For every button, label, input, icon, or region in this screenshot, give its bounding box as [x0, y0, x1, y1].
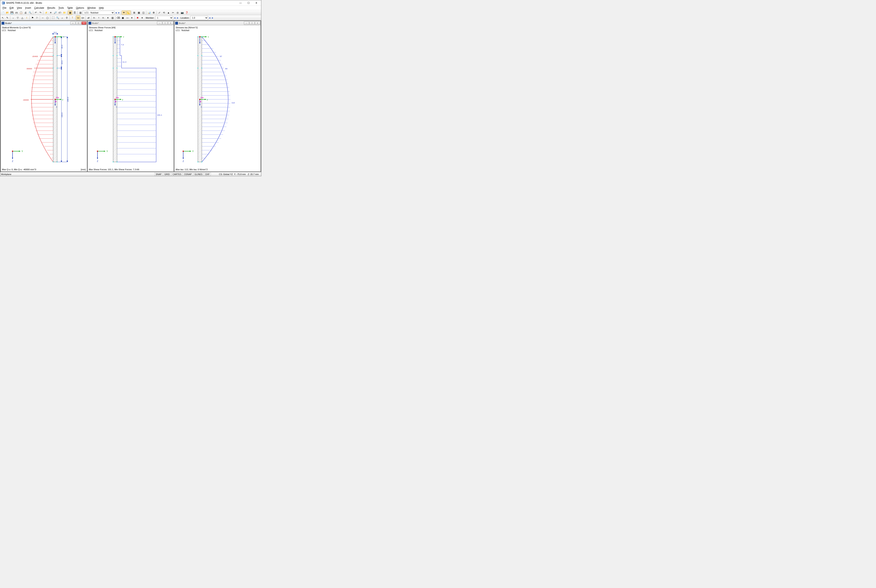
qw-toggle-icon[interactable]: Qw	[81, 16, 85, 20]
help-icon[interactable]: ❓	[184, 10, 189, 15]
square-icon[interactable]: ▢	[45, 16, 50, 20]
flash-icon[interactable]: ⚡	[44, 10, 48, 15]
menu-calculate[interactable]: Calculate	[33, 6, 46, 10]
zoom-extents-icon[interactable]: ⤢	[157, 10, 162, 15]
status-osnap[interactable]: OSNAP	[183, 172, 193, 176]
tau1-icon[interactable]: τ	[97, 16, 101, 20]
zoom-in-icon[interactable]: 🔍	[56, 16, 60, 20]
saveall-icon[interactable]: 🗃	[14, 10, 19, 15]
lc-next-button[interactable]: ►	[118, 11, 120, 15]
view1-titlebar[interactable]: Brutto* — ☐ ✕	[1, 21, 87, 26]
view1-close-button[interactable]: ✕	[81, 21, 87, 25]
undo-icon[interactable]: ↶	[34, 10, 38, 15]
table-view-icon[interactable]: ▦	[68, 10, 72, 15]
preview-icon[interactable]: 🔍	[28, 10, 32, 15]
view3-canvas[interactable]: Stresses tau [N/mm^2] LC1 : Nutzlast	[174, 26, 261, 171]
flag1-icon[interactable]: ⚑	[30, 16, 34, 20]
status-cartes[interactable]: CARTES	[171, 172, 183, 176]
view2-titlebar[interactable]: Brutto* — ☐ ✕	[88, 21, 174, 26]
view2-min-button[interactable]: —	[157, 21, 162, 25]
cut-icon[interactable]: ✂	[171, 10, 175, 15]
member-next-button[interactable]: ►	[176, 16, 179, 20]
menu-edit[interactable]: Edit	[8, 6, 15, 10]
status-glines[interactable]: GLINES	[194, 172, 204, 176]
view3-min-button[interactable]: —	[244, 21, 249, 25]
menu-view[interactable]: View	[15, 6, 24, 10]
zoom-fit-icon[interactable]: ⛶	[51, 16, 55, 20]
mirror-icon[interactable]: ▲	[166, 10, 171, 15]
print-icon[interactable]: 🖨	[23, 10, 28, 15]
lc-pick-icon[interactable]: ▥	[78, 10, 82, 15]
section-icon[interactable]: T	[70, 16, 75, 20]
camera-icon[interactable]: 📷	[180, 10, 184, 15]
flag2-icon[interactable]: ⚐	[35, 16, 39, 20]
view1-max-button[interactable]: ☐	[76, 21, 81, 25]
arrows-icon[interactable]: ⇄	[86, 16, 91, 20]
dim-icon[interactable]: 📐	[126, 10, 130, 15]
shape3-icon[interactable]: △	[20, 16, 24, 20]
x-dd-icon[interactable]: ▾	[140, 16, 144, 20]
x-delete-icon[interactable]: ✖	[135, 16, 140, 20]
measure-icon[interactable]: ↔	[40, 16, 45, 20]
settings-icon[interactable]: ⚙	[152, 10, 156, 15]
folder2-icon[interactable]: 📁	[62, 10, 66, 15]
redo-icon[interactable]: ↷	[38, 10, 43, 15]
new-icon[interactable]: 📄	[1, 10, 5, 15]
view3-close-button[interactable]: ✕	[255, 21, 260, 25]
member-prev-button[interactable]: ◄	[173, 16, 176, 20]
close-button[interactable]: ✕	[252, 0, 260, 6]
grid2-icon[interactable]: ▦	[136, 10, 141, 15]
maximize-button[interactable]: ☐	[244, 0, 252, 6]
location-dropdown[interactable]: 1.0	[190, 16, 208, 20]
sigmav-icon[interactable]: σᵥ	[101, 16, 105, 20]
member-dropdown[interactable]: 1	[155, 16, 173, 20]
view2-canvas[interactable]: Stresses Shear Forces [kN] LC1 : Nutzlas…	[88, 26, 174, 171]
list-view-icon[interactable]: ☰	[72, 10, 77, 15]
status-dxf[interactable]: DXF	[204, 172, 211, 176]
lc-prev-button[interactable]: ◄	[115, 11, 117, 15]
qu-toggle-icon[interactable]: Qu	[76, 16, 80, 20]
menu-table[interactable]: Table	[66, 6, 74, 10]
status-grid[interactable]: GRID	[163, 172, 171, 176]
grid3-icon[interactable]: ◫	[141, 10, 146, 15]
menu-window[interactable]: Window	[86, 6, 98, 10]
eye-icon[interactable]: 👁	[122, 10, 126, 15]
view2-max-button[interactable]: ☐	[162, 21, 168, 25]
view3-max-button[interactable]: ☐	[249, 21, 255, 25]
grid1-icon[interactable]: ⊞	[132, 10, 136, 15]
menu-options[interactable]: Options	[74, 6, 86, 10]
view2-close-button[interactable]: ✕	[168, 21, 173, 25]
sun-icon[interactable]: ☀	[48, 10, 53, 15]
status-snap[interactable]: SNAP	[154, 172, 163, 176]
zoom-obj-icon[interactable]: ⚲	[64, 16, 69, 20]
rotate-icon[interactable]: ⟲	[162, 10, 166, 15]
save-icon[interactable]: 💾	[10, 10, 14, 15]
view3-titlebar[interactable]: Brutto* — ☐ ✕	[174, 21, 261, 26]
shape2-icon[interactable]: ▽	[15, 16, 20, 20]
chart-icon[interactable]: 📊	[147, 10, 151, 15]
erase-icon[interactable]: ⌫	[116, 16, 120, 20]
menu-insert[interactable]: Insert	[24, 6, 33, 10]
loadcase-dropdown[interactable]: LC1 - Nutzlast	[83, 11, 114, 15]
zoom-region-icon[interactable]: ⌕	[60, 16, 64, 20]
menu-file[interactable]: File	[1, 6, 8, 10]
minimize-button[interactable]: —	[237, 0, 244, 6]
sigma1-icon[interactable]: σₓ	[92, 16, 96, 20]
shape1-icon[interactable]: ⬦	[11, 16, 15, 20]
menu-results[interactable]: Results	[46, 6, 57, 10]
view1-canvas[interactable]: Statical Moments Q-u [mm^3] LC1 : Nutzla…	[1, 26, 87, 171]
copy-icon[interactable]: 📋	[19, 10, 23, 15]
wand-icon[interactable]: ✎	[5, 16, 9, 20]
box-icon[interactable]: ▣	[120, 16, 125, 20]
view1-min-button[interactable]: —	[70, 21, 75, 25]
shape4-icon[interactable]: I	[24, 16, 29, 20]
location-prev-button[interactable]: ◄	[208, 16, 211, 20]
target-icon[interactable]: ◎	[176, 10, 180, 15]
menu-tools[interactable]: Tools	[57, 6, 66, 10]
open-icon[interactable]: 📂	[5, 10, 9, 15]
panel-dd-icon[interactable]: ▾	[130, 16, 134, 20]
panel-icon[interactable]: ▭	[125, 16, 129, 20]
sigma-dd-icon[interactable]: ▾	[106, 16, 110, 20]
cursor-icon[interactable]: ↖	[1, 16, 5, 20]
find-icon[interactable]: 🔎	[53, 10, 57, 15]
